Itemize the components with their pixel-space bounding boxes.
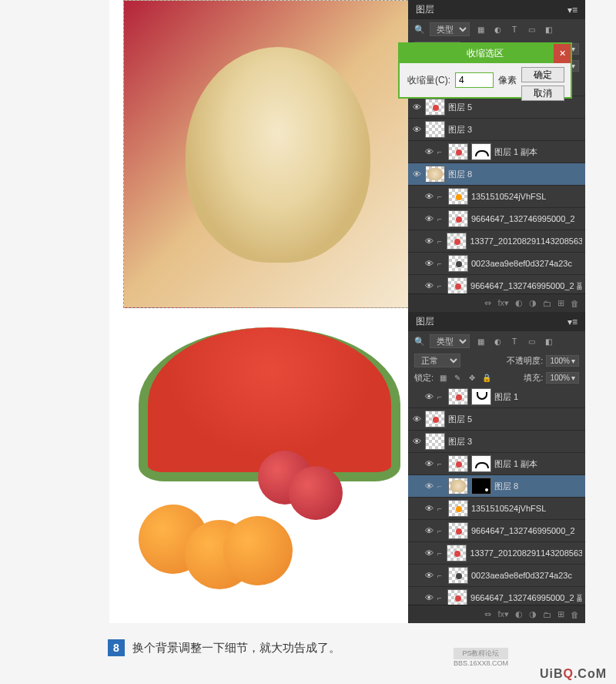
- layer-name: 9664647_132746995000_2 副本: [470, 280, 582, 292]
- new-layer-icon[interactable]: ⊞: [557, 609, 564, 619]
- layers-tab-label: 图层: [416, 3, 434, 16]
- clip-indicator-icon: ⌐: [437, 549, 444, 558]
- lock-pixels-icon[interactable]: ✎: [451, 373, 464, 384]
- delete-layer-icon[interactable]: 🗑: [571, 299, 579, 308]
- layer-row[interactable]: 👁⌐1351510524jVhFSL: [408, 498, 585, 520]
- visibility-toggle-icon[interactable]: 👁: [424, 458, 434, 469]
- tutorial-step-row: 8 换个背景调整一下细节，就大功告成了。: [108, 639, 340, 656]
- layer-row[interactable]: 👁⌐1351510524jVhFSL: [408, 186, 585, 208]
- filter-pixel-icon[interactable]: ▦: [474, 24, 487, 35]
- clip-indicator-icon: ⌐: [437, 505, 445, 513]
- lock-all-icon[interactable]: 🔒: [480, 373, 493, 384]
- visibility-toggle-icon[interactable]: 👁: [424, 503, 434, 514]
- lock-transparency-icon[interactable]: ▦: [437, 373, 449, 384]
- blend-mode-select[interactable]: 正常: [414, 354, 460, 367]
- ok-button[interactable]: 确定: [521, 67, 564, 82]
- layer-row[interactable]: 👁⌐图层 8: [408, 475, 585, 498]
- lock-label: 锁定:: [414, 372, 434, 384]
- filter-pixel-icon[interactable]: ▦: [474, 336, 487, 347]
- filter-smart-icon[interactable]: ◧: [542, 24, 554, 35]
- link-layers-icon[interactable]: ⇔: [484, 298, 491, 308]
- layers-tab[interactable]: 图层 ▾≡: [408, 0, 585, 19]
- lock-position-icon[interactable]: ✥: [466, 373, 478, 384]
- link-layers-icon[interactable]: ⇔: [484, 609, 491, 619]
- cancel-button[interactable]: 取消: [521, 86, 564, 101]
- dialog-title-bar[interactable]: 收缩选区 ✕: [400, 44, 571, 63]
- layer-row[interactable]: 👁图层 5: [408, 408, 585, 431]
- layer-filter-select[interactable]: 类型: [430, 334, 470, 348]
- visibility-toggle-icon[interactable]: 👁: [424, 570, 434, 581]
- clip-indicator-icon: ⌐: [437, 594, 444, 602]
- visibility-toggle-icon[interactable]: 👁: [411, 169, 422, 179]
- layer-row[interactable]: 👁⌐图层 1 副本: [408, 453, 585, 475]
- fill-value[interactable]: 100% ▾: [546, 372, 579, 384]
- layers-list-top: 👁⌐图层 1👁图层 5👁图层 3👁⌐图层 1 副本👁图层 8👁⌐13515105…: [408, 74, 585, 297]
- filter-shape-icon[interactable]: ▭: [525, 24, 537, 35]
- filter-type-icon[interactable]: T: [508, 24, 521, 35]
- layer-row[interactable]: 👁⌐0023aea9e8ef0d3274a23c: [408, 565, 585, 587]
- visibility-toggle-icon[interactable]: 👁: [424, 391, 434, 402]
- image-top-apple: [123, 0, 412, 308]
- layer-row[interactable]: 👁⌐9664647_132746995000_2: [408, 520, 585, 542]
- visibility-toggle-icon[interactable]: 👁: [424, 525, 434, 536]
- delete-layer-icon[interactable]: 🗑: [571, 610, 579, 619]
- layer-fx-icon[interactable]: fx▾: [497, 609, 509, 619]
- filter-smart-icon[interactable]: ◧: [542, 336, 554, 347]
- layer-name: 1351510524jVhFSL: [471, 192, 546, 201]
- layer-name: 图层 3: [448, 436, 472, 448]
- opacity-value[interactable]: 100% ▾: [546, 355, 579, 367]
- new-layer-icon[interactable]: ⊞: [557, 298, 564, 308]
- visibility-toggle-icon[interactable]: 👁: [411, 124, 422, 135]
- layer-filter-select[interactable]: 类型: [430, 22, 470, 36]
- layers-panel-bottom: 图层 ▾≡ 🔍 类型 ▦ ◐ T ▭ ◧ 正常 不透明度: 100% ▾: [408, 312, 585, 623]
- new-group-icon[interactable]: 🗀: [543, 299, 551, 308]
- visibility-toggle-icon[interactable]: 👁: [424, 258, 434, 269]
- filter-adjustment-icon[interactable]: ◐: [491, 336, 504, 347]
- clip-indicator-icon: ⌐: [437, 260, 445, 268]
- new-adjust-icon[interactable]: ◑: [529, 609, 537, 619]
- filter-search-icon[interactable]: 🔍: [414, 25, 425, 35]
- visibility-toggle-icon[interactable]: 👁: [424, 146, 434, 157]
- filter-shape-icon[interactable]: ▭: [525, 336, 537, 347]
- visibility-toggle-icon[interactable]: 👁: [424, 280, 434, 291]
- layer-name: 图层 8: [494, 481, 518, 492]
- layer-name: 图层 1 副本: [494, 458, 537, 470]
- visibility-toggle-icon[interactable]: 👁: [424, 548, 434, 558]
- layers-tab[interactable]: 图层 ▾≡: [408, 312, 585, 331]
- panel-menu-icon[interactable]: ▾≡: [567, 317, 578, 327]
- layer-row[interactable]: 👁⌐9664647_132746995000_2: [408, 208, 585, 230]
- visibility-toggle-icon[interactable]: 👁: [424, 213, 434, 224]
- layer-name: 0023aea9e8ef0d3274a23c: [471, 571, 572, 580]
- visibility-toggle-icon[interactable]: 👁: [411, 436, 422, 447]
- visibility-toggle-icon[interactable]: 👁: [411, 102, 422, 112]
- apple-shape: [289, 466, 343, 520]
- add-mask-icon[interactable]: ◐: [515, 609, 523, 619]
- layer-row[interactable]: 👁⌐0023aea9e8ef0d3274a23c: [408, 253, 585, 275]
- visibility-toggle-icon[interactable]: 👁: [424, 481, 434, 491]
- layer-row[interactable]: 👁⌐13377_2012082911432085637O_1: [408, 542, 585, 565]
- contract-amount-input[interactable]: [455, 72, 494, 88]
- layer-row[interactable]: 👁图层 8: [408, 163, 585, 186]
- filter-type-icon[interactable]: T: [508, 336, 521, 347]
- layer-row[interactable]: 👁⌐图层 1 副本: [408, 141, 585, 163]
- dialog-close-button[interactable]: ✕: [554, 44, 571, 63]
- panel-menu-icon[interactable]: ▾≡: [567, 5, 578, 15]
- visibility-toggle-icon[interactable]: 👁: [424, 191, 434, 202]
- layer-row[interactable]: 👁⌐13377_2012082911432085637O_1: [408, 230, 585, 253]
- dialog-title-text: 收缩选区: [467, 48, 504, 59]
- layer-name: 图层 5: [448, 414, 472, 425]
- filter-adjustment-icon[interactable]: ◐: [491, 24, 504, 35]
- clip-indicator-icon: ⌐: [437, 282, 444, 290]
- layer-fx-icon[interactable]: fx▾: [497, 298, 509, 308]
- layer-row[interactable]: 👁图层 3: [408, 119, 585, 141]
- new-adjust-icon[interactable]: ◑: [529, 298, 537, 308]
- visibility-toggle-icon[interactable]: 👁: [424, 236, 434, 246]
- filter-search-icon[interactable]: 🔍: [414, 337, 425, 347]
- layer-row[interactable]: 👁图层 3: [408, 431, 585, 453]
- add-mask-icon[interactable]: ◐: [515, 298, 523, 308]
- visibility-toggle-icon[interactable]: 👁: [424, 592, 434, 603]
- new-group-icon[interactable]: 🗀: [543, 610, 551, 619]
- clip-indicator-icon: ⌐: [437, 215, 445, 223]
- visibility-toggle-icon[interactable]: 👁: [411, 414, 422, 424]
- layer-row[interactable]: 👁⌐图层 1: [408, 386, 585, 408]
